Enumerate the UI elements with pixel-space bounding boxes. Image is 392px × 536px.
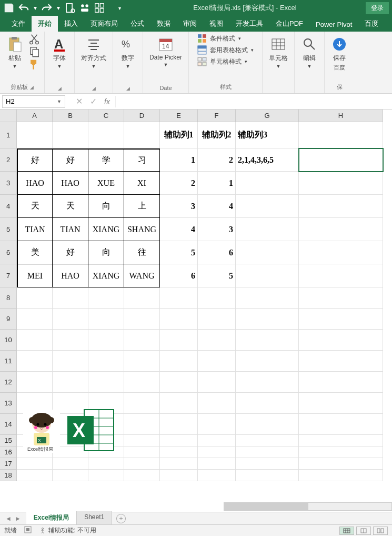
cell[interactable] (299, 372, 383, 393)
cell[interactable] (236, 372, 299, 393)
cell-E4[interactable]: 3 (160, 195, 198, 218)
row-header-11[interactable]: 11 (0, 351, 17, 372)
col-header-H[interactable]: H (299, 110, 383, 122)
cell[interactable] (299, 458, 383, 470)
number-button[interactable]: % 数字▼ (117, 34, 138, 71)
cell[interactable] (17, 372, 53, 393)
cell[interactable] (88, 309, 124, 330)
selected-cell[interactable] (299, 148, 383, 172)
redo-icon[interactable] (41, 2, 53, 14)
cell[interactable] (124, 122, 160, 148)
cell[interactable] (53, 470, 88, 481)
cells-button[interactable]: 单元格▼ (267, 34, 290, 71)
save-icon[interactable] (3, 2, 15, 14)
align-dialog-icon[interactable]: ◢ (92, 86, 96, 91)
cell[interactable] (53, 458, 88, 470)
cell-E3[interactable]: 2 (160, 172, 198, 195)
col-header-E[interactable]: E (160, 110, 198, 122)
cell[interactable] (160, 351, 198, 372)
cell[interactable] (160, 470, 198, 481)
cell-A7[interactable]: MEI (17, 264, 53, 287)
cell-A4[interactable]: 天 (17, 195, 53, 218)
cell[interactable] (53, 330, 88, 351)
undo-dropdown-icon[interactable]: ▾ (33, 2, 38, 14)
cell[interactable] (198, 435, 236, 446)
cell[interactable] (299, 241, 383, 264)
cell-C4[interactable]: 向 (88, 195, 124, 218)
cell-D7[interactable]: WANG (124, 264, 160, 287)
tab-数据[interactable]: 数据 (150, 16, 177, 32)
cell[interactable] (17, 470, 53, 481)
cell[interactable] (88, 351, 124, 372)
cell[interactable] (53, 309, 88, 330)
cell-F5[interactable]: 3 (198, 218, 236, 241)
cell-C2[interactable]: 学 (88, 148, 124, 172)
login-button[interactable]: 登录 (366, 2, 389, 14)
cell[interactable] (17, 351, 53, 372)
accessibility-status[interactable]: 辅助功能: 不可用 (39, 526, 96, 535)
view-page-break-icon[interactable] (373, 527, 388, 535)
cell-E1[interactable]: 辅助列1 (160, 122, 198, 148)
cell-G2[interactable]: 2,1,4,3,6,5 (236, 148, 299, 172)
cell[interactable] (236, 458, 299, 470)
cell[interactable] (88, 330, 124, 351)
row-header-15[interactable]: 15 (0, 435, 17, 446)
cell[interactable] (124, 287, 160, 309)
cell-B2[interactable]: 好 (53, 148, 88, 172)
row-header-14[interactable]: 14 (0, 414, 17, 435)
row-header-7[interactable]: 7 (0, 264, 17, 287)
font-button[interactable]: A 字体▼ (49, 34, 70, 71)
cell[interactable] (53, 372, 88, 393)
cell[interactable] (299, 122, 383, 148)
cell[interactable] (299, 287, 383, 309)
cell-A3[interactable]: HAO (17, 172, 53, 195)
cell[interactable] (299, 351, 383, 372)
cell[interactable] (17, 122, 53, 148)
cell[interactable] (299, 435, 383, 446)
cell[interactable] (236, 393, 299, 414)
cell[interactable] (160, 309, 198, 330)
row-header-10[interactable]: 10 (0, 330, 17, 351)
select-all-corner[interactable] (0, 110, 17, 122)
cell[interactable] (236, 241, 299, 264)
cell[interactable] (160, 372, 198, 393)
col-header-F[interactable]: F (198, 110, 236, 122)
cell-F7[interactable]: 5 (198, 264, 236, 287)
cell-G1[interactable]: 辅助列3 (236, 122, 299, 148)
view-page-layout-icon[interactable] (356, 527, 371, 535)
cut-icon[interactable] (28, 34, 40, 44)
cell[interactable] (124, 435, 160, 446)
tab-百度[interactable]: 百度 (358, 16, 385, 32)
cell[interactable] (198, 393, 236, 414)
cell[interactable] (124, 372, 160, 393)
cell-F2[interactable]: 2 (198, 148, 236, 172)
print-preview-icon[interactable] (64, 2, 76, 14)
row-header-8[interactable]: 8 (0, 287, 17, 309)
paste-button[interactable]: 粘贴 ▼ (4, 34, 25, 71)
cell[interactable] (236, 414, 299, 435)
cell[interactable] (299, 470, 383, 481)
cell[interactable] (160, 458, 198, 470)
sheet-nav-last-icon[interactable]: ► (14, 515, 22, 522)
row-header-3[interactable]: 3 (0, 172, 17, 195)
cell-E7[interactable]: 6 (160, 264, 198, 287)
cell[interactable] (198, 446, 236, 458)
format-painter-icon[interactable] (28, 59, 40, 70)
cell-A5[interactable]: TIAN (17, 218, 53, 241)
cell[interactable] (124, 458, 160, 470)
enter-formula-icon[interactable]: ✓ (90, 96, 97, 106)
conditional-format-button[interactable]: 条件格式▾ (197, 34, 254, 43)
clipboard-dialog-icon[interactable]: ◢ (30, 85, 34, 90)
col-header-D[interactable]: D (124, 110, 160, 122)
row-header-17[interactable]: 17 (0, 458, 17, 470)
cell-B7[interactable]: HAO (53, 264, 88, 287)
cell[interactable] (53, 122, 88, 148)
tab-开始[interactable]: 开始 (32, 16, 58, 32)
cell[interactable] (17, 458, 53, 470)
tab-Power Pivot[interactable]: Power Pivot (309, 17, 358, 32)
cell[interactable] (299, 414, 383, 435)
cell-F6[interactable]: 6 (198, 241, 236, 264)
cell[interactable] (88, 470, 124, 481)
table-format-button[interactable]: 套用表格格式▾ (197, 45, 254, 55)
formula-input[interactable] (115, 96, 392, 107)
